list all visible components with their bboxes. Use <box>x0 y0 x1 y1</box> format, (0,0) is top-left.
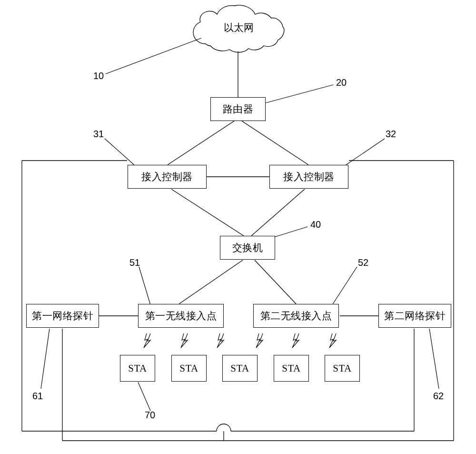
svg-line-21 <box>106 38 201 74</box>
label-31: 31 <box>93 129 104 140</box>
label-62: 62 <box>433 391 444 402</box>
svg-line-28 <box>41 329 50 389</box>
svg-line-5 <box>251 189 305 236</box>
svg-line-30 <box>138 382 150 411</box>
ethernet-cloud-label: 以太网 <box>222 20 255 35</box>
svg-line-27 <box>332 267 357 305</box>
svg-line-7 <box>255 260 296 304</box>
svg-line-29 <box>429 329 439 389</box>
label-61: 61 <box>32 391 43 402</box>
network-probe-1-node: 第一网络探针 <box>26 304 99 328</box>
label-20: 20 <box>336 77 347 88</box>
label-10: 10 <box>93 71 104 81</box>
switch-node: 交换机 <box>220 236 275 260</box>
svg-line-26 <box>139 267 150 305</box>
diagram-lines <box>0 0 476 454</box>
label-32: 32 <box>386 129 396 140</box>
label-52: 52 <box>358 257 368 268</box>
svg-line-4 <box>171 189 244 236</box>
svg-line-22 <box>266 85 333 103</box>
svg-line-2 <box>242 121 308 165</box>
wireless-link-icons <box>144 333 336 348</box>
svg-line-24 <box>345 139 385 166</box>
network-probe-2-node: 第二网络探针 <box>378 304 451 328</box>
sta-node-2: STA <box>171 355 207 382</box>
label-40: 40 <box>310 219 321 230</box>
access-controller-1-node: 接入控制器 <box>128 165 207 189</box>
label-70: 70 <box>145 410 155 421</box>
sta-node-5: STA <box>325 355 360 382</box>
network-diagram: 以太网 路由器 接入控制器 接入控制器 交换机 第一网络探针 第一无线接入点 第… <box>0 0 476 454</box>
svg-line-6 <box>179 260 243 304</box>
router-node: 路由器 <box>210 97 266 121</box>
svg-line-25 <box>274 227 307 237</box>
sta-node-3: STA <box>222 355 258 382</box>
svg-line-1 <box>168 121 234 165</box>
label-51: 51 <box>129 257 140 268</box>
sta-node-1: STA <box>120 355 155 382</box>
svg-line-23 <box>105 139 135 166</box>
sta-node-4: STA <box>274 355 309 382</box>
access-controller-2-node: 接入控制器 <box>269 165 348 189</box>
wireless-ap-2-node: 第二无线接入点 <box>253 304 339 328</box>
wireless-ap-1-node: 第一无线接入点 <box>138 304 224 328</box>
